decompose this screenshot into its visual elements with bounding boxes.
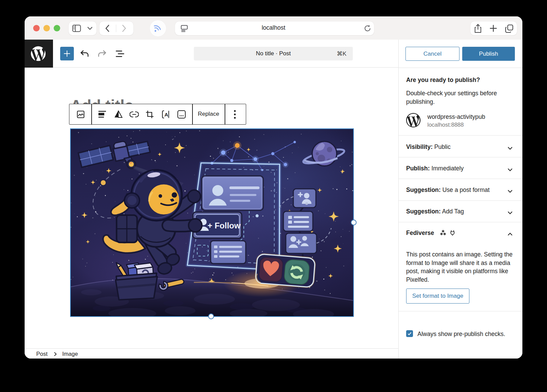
svg-text:A: A bbox=[164, 112, 168, 117]
svg-text:+ Follow: + Follow bbox=[208, 221, 241, 230]
